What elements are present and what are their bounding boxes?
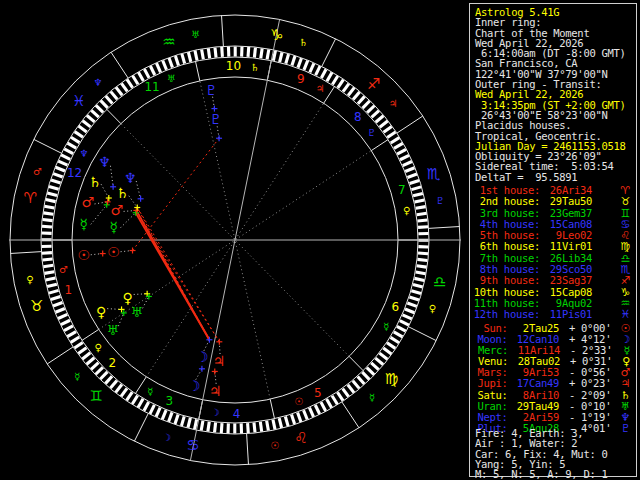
degree-tick — [413, 193, 423, 195]
zodiac-sign-icon-pisces: ♓ — [72, 92, 85, 110]
degree-tick — [61, 155, 70, 159]
degree-tick — [371, 363, 378, 370]
degree-tick — [327, 73, 332, 82]
degree-tick — [121, 83, 127, 91]
transit-planet-icon-mars: ♂ — [81, 194, 94, 210]
degree-tick — [310, 63, 314, 72]
degree-tick — [56, 309, 65, 313]
transit-planet-icon-saturn: ♄ — [88, 174, 101, 190]
degree-tick — [321, 402, 326, 411]
info-panel: Astrolog 5.41G Inner ring:Chart of the M… — [469, 3, 637, 477]
degree-tick — [157, 63, 161, 72]
sign-boundary-line — [47, 347, 73, 364]
degree-tick — [332, 76, 337, 84]
degree-tick — [42, 253, 52, 254]
degree-tick — [127, 79, 133, 87]
house-cusp-value: 23Sag37 — [540, 275, 592, 286]
degree-tick — [96, 105, 103, 112]
degree-tick — [415, 200, 425, 202]
degree-tick — [315, 405, 319, 414]
degree-tick — [343, 84, 349, 92]
planet-pointer-line — [101, 184, 109, 198]
degree-tick — [150, 405, 154, 414]
house-row: 12th house:11Pis01♓ — [470, 309, 636, 320]
degree-tick — [248, 47, 249, 57]
degree-tick — [413, 285, 423, 287]
degree-tick — [316, 66, 320, 75]
house-ruler-icon: ☿ — [147, 386, 153, 397]
zodiac-sign-icon-cancer: ♋ — [186, 436, 199, 454]
degree-tick — [58, 161, 67, 165]
degree-tick — [49, 186, 59, 189]
degree-tick — [208, 422, 209, 432]
degree-tick — [195, 419, 197, 429]
degree-tick — [68, 143, 77, 148]
degree-tick — [110, 380, 116, 388]
planet-velocity: + 0°23' — [559, 378, 620, 389]
sign-boundary-line — [222, 15, 224, 46]
degree-tick — [175, 414, 178, 424]
house-ruler-icon: ♇ — [367, 127, 376, 138]
degree-tick — [175, 56, 178, 66]
degree-tick — [383, 348, 391, 354]
degree-tick — [338, 80, 344, 88]
degree-tick — [74, 342, 82, 348]
sign-boundary-line — [429, 227, 460, 229]
degree-tick — [156, 408, 160, 417]
degree-tick — [394, 332, 403, 337]
planet-pointer-line — [136, 181, 140, 199]
degree-tick — [405, 309, 414, 313]
planet-label: Jupi: — [470, 378, 508, 389]
degree-tick — [380, 121, 388, 127]
degree-tick — [397, 149, 406, 154]
degree-tick — [260, 422, 261, 432]
natal-planet-icon-uranus: ♅ — [131, 304, 144, 320]
degree-tick — [391, 138, 399, 143]
degree-tick — [87, 115, 95, 121]
zodiac-sign-icon-virgo: ♍ — [385, 370, 398, 388]
degree-tick — [248, 423, 249, 433]
degree-tick — [43, 265, 53, 266]
stat-line: M: 5, N: 5, A: 9, D: 1 — [470, 469, 636, 479]
degree-tick — [116, 384, 122, 392]
astrolog-screen: ♈♂♉♀♊☿♋☽♌☉♍☿♎♀♏♇♐♃♑♄♒♅♓♆1♂2♀3☿4☽5☉6☿7♀8♇… — [0, 0, 640, 480]
degree-tick — [215, 422, 216, 432]
house-ruler-icon: ♀ — [95, 342, 102, 353]
house-ruler-icon: ♀ — [403, 205, 410, 216]
planet-pointer-line — [110, 166, 113, 187]
degree-tick — [254, 423, 255, 433]
degree-tick — [163, 61, 167, 70]
sign-ruler-icon: ♇ — [436, 195, 445, 206]
degree-tick — [87, 358, 95, 364]
sign-ruler-icon: ♀ — [26, 274, 33, 285]
sign-ruler-icon: ☿ — [74, 371, 80, 382]
degree-tick — [387, 132, 395, 138]
degree-tick — [372, 111, 379, 118]
natal-planet-icon-mercury: ☿ — [109, 219, 118, 235]
aspect-line-moon-mercury — [136, 213, 210, 340]
degree-tick — [400, 155, 409, 159]
degree-tick — [367, 368, 374, 375]
degree-tick — [83, 121, 91, 127]
degree-tick — [418, 227, 428, 228]
degree-tick — [58, 314, 67, 318]
zodiac-sign-icon-libra: ♎ — [433, 273, 446, 291]
degree-tick — [106, 96, 113, 103]
sign-ruler-icon: ♂ — [33, 166, 42, 177]
transit-planet-icon-pluto: ♇ — [205, 82, 218, 98]
natal-planet-icon-venus: ♀ — [122, 290, 132, 306]
degree-tick — [43, 259, 53, 260]
house-number-1: 1 — [64, 283, 72, 297]
zodiac-sign-icon-taurus: ♉ — [30, 297, 43, 315]
zodiac-sign-icon-leo: ♌ — [294, 429, 307, 447]
transit-planet-icon-sun: ☉ — [78, 247, 91, 263]
degree-tick — [105, 376, 112, 383]
degree-tick — [71, 137, 79, 142]
house-number-8: 8 — [354, 110, 362, 124]
degree-tick — [304, 61, 308, 70]
natal-planet-icon-jupiter: ♃ — [213, 353, 226, 369]
sign-boundary-line — [342, 402, 359, 428]
degree-tick — [410, 180, 420, 183]
degree-tick — [47, 284, 57, 286]
house-number-3: 3 — [165, 394, 173, 408]
